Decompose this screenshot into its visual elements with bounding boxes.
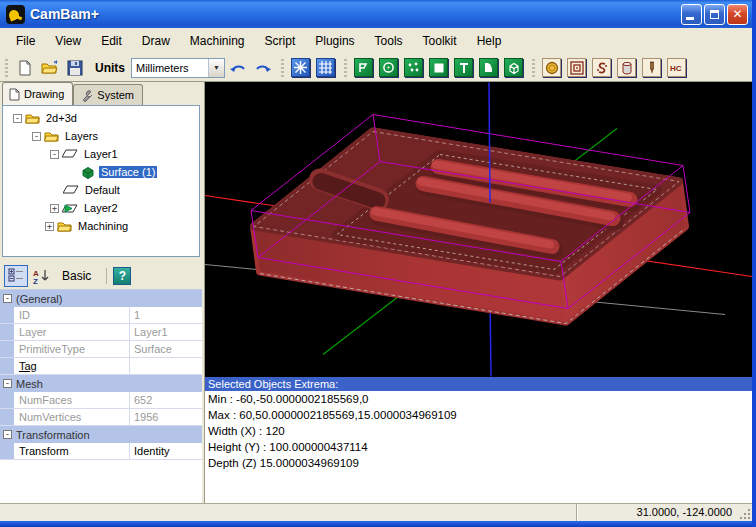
- az-sort-icon: AZ: [33, 268, 51, 284]
- property-row-numvertices[interactable]: NumVertices 1956: [0, 409, 202, 426]
- svg-text:Z: Z: [33, 277, 38, 284]
- property-row-id[interactable]: ID 1: [0, 307, 202, 324]
- left-panel: Drawing System - 2d+3d - Layers - Layer1: [0, 82, 202, 503]
- extrema-height: Height (Y) : 100.000000437114: [205, 439, 752, 455]
- drawing-tree: - 2d+3d - Layers - Layer1 Surface (1) De…: [2, 105, 200, 257]
- menu-bar: File View Edit Draw Machining Script Plu…: [0, 28, 752, 54]
- save-icon: [67, 60, 83, 76]
- polyline-icon: [358, 62, 370, 74]
- extrema-title: Selected Objects Extrema:: [205, 377, 752, 391]
- alphabetical-sort-button[interactable]: AZ: [31, 265, 53, 287]
- property-row-primitivetype[interactable]: PrimitiveType Surface: [0, 341, 202, 358]
- categorized-view-button[interactable]: [4, 265, 28, 287]
- units-combobox[interactable]: Millimeters ▼: [131, 58, 225, 78]
- expand-icon[interactable]: +: [45, 222, 54, 231]
- draw-points-button[interactable]: [402, 56, 425, 79]
- maximize-icon: [710, 10, 719, 19]
- tree-item-2d3d[interactable]: - 2d+3d: [3, 109, 199, 127]
- machine-engrave-button[interactable]: [590, 56, 613, 79]
- undo-button[interactable]: [226, 56, 249, 79]
- status-bar: 31.0000, -124.0000: [0, 503, 752, 521]
- new-file-icon: [17, 60, 33, 76]
- property-row-transform[interactable]: Transform Identity: [0, 443, 202, 460]
- tree-item-machining[interactable]: + Machining: [3, 217, 199, 235]
- layer-active-icon: [62, 203, 78, 214]
- machine-drill-button[interactable]: [640, 56, 663, 79]
- tree-item-surface[interactable]: Surface (1): [3, 163, 199, 181]
- extrema-min: Min : -60,-50.0000002185569,0: [205, 391, 752, 407]
- snap-to-point-button[interactable]: [289, 56, 312, 79]
- property-row-numfaces[interactable]: NumFaces 652: [0, 392, 202, 409]
- menu-plugins[interactable]: Plugins: [305, 31, 364, 51]
- pocket-op-icon: [570, 61, 584, 75]
- collapse-icon[interactable]: -: [3, 294, 12, 303]
- menu-help[interactable]: Help: [467, 31, 512, 51]
- property-row-tag[interactable]: Tag: [0, 358, 202, 375]
- viewport-3d[interactable]: [205, 82, 752, 377]
- layer-icon: [63, 185, 79, 195]
- extrema-max: Max : 60,50.0000002185569,15.00000349691…: [205, 407, 752, 423]
- arc-icon: [482, 61, 495, 74]
- property-row-layer[interactable]: Layer Layer1: [0, 324, 202, 341]
- folder-icon: [57, 220, 72, 232]
- open-file-button[interactable]: [38, 56, 61, 79]
- app-window: CamBam+ ✕ File View Edit Draw Machining …: [0, 0, 756, 527]
- menu-toolkit[interactable]: Toolkit: [413, 31, 467, 51]
- window-border: [0, 521, 752, 527]
- tree-item-layers[interactable]: - Layers: [3, 127, 199, 145]
- draw-arc-button[interactable]: [477, 56, 500, 79]
- menu-view[interactable]: View: [45, 31, 91, 51]
- tab-system[interactable]: System: [73, 84, 143, 105]
- resize-grip[interactable]: [738, 504, 752, 521]
- viewport-scene: [205, 82, 752, 377]
- property-grid: - (General) ID 1 Layer Layer1 PrimitiveT…: [0, 289, 202, 503]
- points-icon: [407, 61, 420, 74]
- tree-item-layer1[interactable]: - Layer1: [3, 145, 199, 163]
- redo-button[interactable]: [251, 56, 274, 79]
- menu-machining[interactable]: Machining: [180, 31, 255, 51]
- menu-edit[interactable]: Edit: [91, 31, 132, 51]
- menu-file[interactable]: File: [6, 31, 45, 51]
- menu-script[interactable]: Script: [255, 31, 306, 51]
- collapse-icon[interactable]: -: [32, 132, 41, 141]
- machine-pocket-button[interactable]: [565, 56, 588, 79]
- collapse-icon[interactable]: -: [3, 379, 12, 388]
- draw-rectangle-button[interactable]: [427, 56, 450, 79]
- folder-icon: [44, 130, 59, 142]
- minimize-button[interactable]: [681, 4, 702, 25]
- draw-surface-button[interactable]: [502, 56, 525, 79]
- machine-profile-button[interactable]: [540, 56, 563, 79]
- draw-text-button[interactable]: [452, 56, 475, 79]
- machine-nc-button[interactable]: HC: [665, 56, 688, 79]
- collapse-icon[interactable]: -: [50, 150, 59, 159]
- save-button[interactable]: [63, 56, 86, 79]
- new-file-button[interactable]: [13, 56, 36, 79]
- wrench-icon: [80, 89, 93, 102]
- basic-button[interactable]: Basic: [56, 265, 97, 287]
- maximize-button[interactable]: [704, 4, 725, 25]
- extrema-width: Width (X) : 120: [205, 423, 752, 439]
- tag-value-field[interactable]: [130, 358, 202, 374]
- expand-icon[interactable]: +: [50, 204, 59, 213]
- help-button[interactable]: ?: [113, 267, 131, 285]
- tree-item-layer2[interactable]: + Layer2: [3, 199, 199, 217]
- machine-lathe-button[interactable]: [615, 56, 638, 79]
- nc-file-icon: HC: [669, 61, 684, 75]
- property-section-mesh[interactable]: - Mesh: [0, 375, 202, 392]
- property-section-transformation[interactable]: - Transformation: [0, 426, 202, 443]
- collapse-icon[interactable]: -: [3, 430, 12, 439]
- menu-draw[interactable]: Draw: [132, 31, 180, 51]
- menu-tools[interactable]: Tools: [365, 31, 413, 51]
- draw-polyline-button[interactable]: [352, 56, 375, 79]
- transform-value-field[interactable]: Identity: [130, 443, 202, 459]
- close-button[interactable]: ✕: [727, 4, 748, 25]
- snap-to-grid-button[interactable]: [314, 56, 337, 79]
- page-icon: [9, 88, 20, 101]
- collapse-icon[interactable]: -: [13, 114, 22, 123]
- tree-item-default[interactable]: Default: [3, 181, 199, 199]
- draw-circle-button[interactable]: [377, 56, 400, 79]
- chevron-down-icon[interactable]: ▼: [208, 59, 224, 77]
- snap-point-icon: [294, 61, 307, 74]
- tab-drawing[interactable]: Drawing: [2, 82, 73, 105]
- property-section-general[interactable]: - (General): [0, 290, 202, 307]
